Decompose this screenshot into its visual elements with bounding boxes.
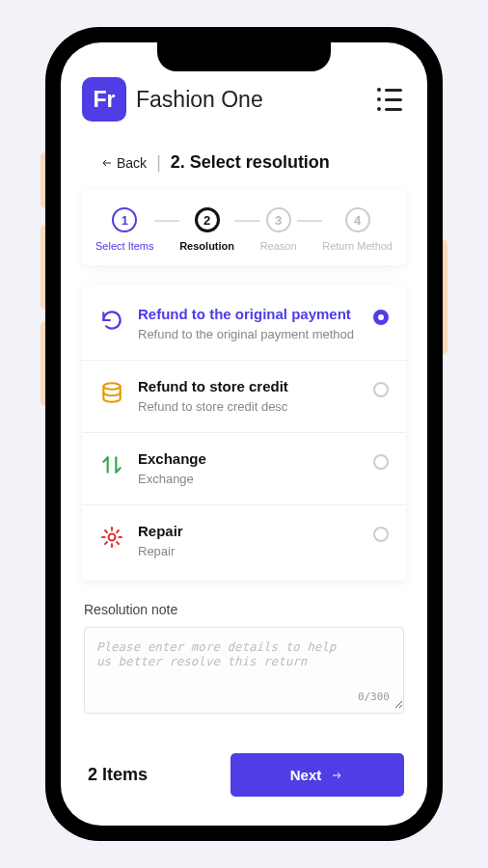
phone-mockup: Fr Fashion One [45,27,443,841]
phone-body: Fr Fashion One [45,27,443,841]
phone-notch [157,42,331,71]
option-body: ExchangeExchange [138,450,360,487]
radio-icon [373,310,389,325]
step-label: Select Items [95,240,154,252]
option-body: Refund to store creditRefund to store cr… [138,378,360,415]
step-connector [154,220,180,222]
exchange-icon-wrap [99,452,124,477]
next-button[interactable]: Next [230,753,404,797]
phone-screen: Fr Fashion One [61,42,427,826]
repair-icon [99,525,124,550]
back-label: Back [117,155,147,171]
option-desc: Repair [138,544,360,559]
resolution-option[interactable]: RepairRepair [82,505,406,577]
resolution-option[interactable]: ExchangeExchange [82,433,406,505]
svg-point-4 [109,534,116,541]
stepper-card: 1Select Items2Resolution3Reason4Return M… [82,190,406,265]
page-title: 2. Select resolution [171,152,330,173]
menu-button[interactable] [373,84,406,115]
resolution-note-section: Resolution note 0/300 [78,602,410,714]
resolution-option[interactable]: Refund to the original paymentRefund to … [82,288,406,361]
step-connector [297,220,323,222]
stepper-step[interactable]: 4Return Method [322,207,393,252]
resolution-option[interactable]: Refund to store creditRefund to store cr… [82,361,406,433]
brand-name: Fashion One [136,87,263,113]
note-box: 0/300 [84,627,404,714]
stepper-step[interactable]: 1Select Items [95,207,154,252]
radio-icon [373,382,389,397]
title-row: Back | 2. Select resolution [78,139,410,190]
exchange-icon [99,452,124,477]
footer-bar: 2 Items Next [78,742,410,812]
step-label: Return Method [322,240,393,252]
coins-icon [99,380,124,405]
refresh-icon-wrap [99,308,124,333]
brand[interactable]: Fr Fashion One [82,77,263,122]
step-connector [234,220,260,222]
arrow-right-icon [329,770,344,781]
step-number: 4 [345,207,370,232]
option-title: Refund to the original payment [138,306,360,324]
stepper-step[interactable]: 2Resolution [179,207,234,252]
app-header: Fr Fashion One [78,68,410,139]
option-title: Repair [138,523,360,541]
step-number: 1 [112,207,137,232]
step-label: Reason [260,240,297,252]
note-textarea[interactable] [85,628,403,709]
item-count: 2 Items [88,765,148,785]
option-desc: Refund to the original payment method [138,327,360,342]
radio-icon [373,527,389,542]
option-body: RepairRepair [138,523,360,559]
option-desc: Exchange [138,472,360,487]
repair-icon-wrap [99,525,124,550]
arrow-left-icon [101,157,113,169]
svg-point-1 [103,383,120,390]
option-desc: Refund to store credit desc [138,399,360,415]
stepper-step[interactable]: 3Reason [260,207,297,252]
breadcrumb-separator: | [156,152,161,173]
brand-logo: Fr [82,77,126,122]
step-number: 3 [266,207,291,232]
menu-icon [377,88,381,92]
step-label: Resolution [179,240,234,252]
option-title: Exchange [138,450,360,469]
resolution-options-card: Refund to the original paymentRefund to … [82,285,406,581]
option-body: Refund to the original paymentRefund to … [138,306,360,342]
option-title: Refund to store credit [138,378,360,396]
note-char-counter: 0/300 [358,691,390,703]
refresh-icon [99,308,124,333]
coins-icon-wrap [99,380,124,405]
radio-icon [373,454,389,470]
next-button-label: Next [290,767,322,783]
note-label: Resolution note [84,602,404,617]
step-number: 2 [195,207,220,232]
back-button[interactable]: Back [101,155,147,171]
